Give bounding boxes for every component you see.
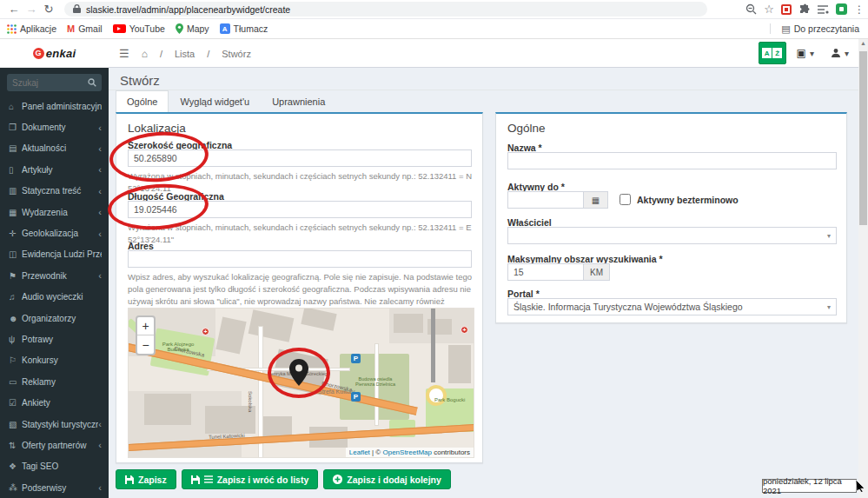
sidebar-item-konkursy[interactable]: ⚐Konkursy <box>0 350 109 371</box>
tab-uprawnienia[interactable]: Uprawnienia <box>261 90 336 112</box>
sidebar-item-label: Statyczna treść <box>22 186 98 196</box>
logo-text: enkai <box>46 47 76 60</box>
address-input[interactable] <box>128 250 472 268</box>
sidebar-item-label: Artykuły <box>22 165 98 175</box>
search-icon[interactable] <box>88 78 96 87</box>
parking-icon: P <box>351 354 361 363</box>
save-return-label: Zapisz i wróć do listy <box>217 475 309 485</box>
scrollbar[interactable]: ▲ <box>858 39 868 498</box>
chevron-left-icon: ‹ <box>98 419 102 429</box>
search-area-input[interactable] <box>507 263 584 281</box>
sidebar-item-potrawy[interactable]: ψPotrawy <box>0 329 109 349</box>
sidebar-item-wydarzenia[interactable]: ▦Wydarzenia‹ <box>0 202 109 222</box>
map-marker-pin[interactable] <box>289 359 308 386</box>
latitude-input[interactable] <box>128 149 472 167</box>
translate-button[interactable]: AŻ <box>759 42 786 64</box>
bookmark-youtube[interactable]: YouTube <box>113 23 165 34</box>
cutlery-icon: ψ <box>9 335 22 344</box>
forward-icon[interactable]: → <box>23 3 40 16</box>
breadcrumb-lista[interactable]: Lista <box>175 49 195 59</box>
sidebar-item-tagi-seo[interactable]: ❖Tagi SEO <box>0 456 109 477</box>
sidebar-item-dokumenty[interactable]: ❐Dokumenty‹ <box>0 116 109 137</box>
sidebar-item-label: Reklamy <box>22 377 102 387</box>
osm-link[interactable]: OpenStreetMap <box>382 448 431 456</box>
navbar-actions: AŻ ▣▾ ▾ <box>759 42 855 64</box>
sidebar-item-podserwisy[interactable]: ⁂Podserwisy‹ <box>0 477 109 498</box>
sidebar-toggle-icon[interactable]: ☰ <box>119 47 129 60</box>
survey-icon: ☑ <box>9 398 22 408</box>
tab-bar: Ogólne Wygląd widget'u Uprawnienia <box>116 90 336 112</box>
app-logo[interactable]: G enkai <box>0 39 109 68</box>
zoom-out-button[interactable]: − <box>137 335 154 354</box>
page-title: Stwórz <box>120 73 160 88</box>
logo-mark-icon: G <box>33 48 44 59</box>
map-marker-icon: ✛ <box>9 229 22 238</box>
puzzle-extension-icon[interactable] <box>798 3 810 15</box>
breadcrumb-home-icon[interactable]: ⌂ <box>142 48 148 60</box>
search-input[interactable] <box>7 78 88 88</box>
name-input[interactable] <box>507 152 837 169</box>
leaflet-link[interactable]: Leaflet <box>349 448 370 456</box>
bookmark-mapy[interactable]: Mapy <box>176 23 209 34</box>
owner-select[interactable]: ▾ <box>507 227 837 244</box>
bookmark-tlumacz[interactable]: ATłumacz <box>220 23 268 34</box>
user-dropdown[interactable]: ▾ <box>825 42 855 64</box>
save-add-next-button[interactable]: Zapisz i dodaj kolejny <box>323 469 451 489</box>
sidebar-item-label: Organizatorzy <box>22 314 102 323</box>
scrollbar-thumb[interactable] <box>859 51 867 225</box>
red-extension-icon[interactable] <box>781 4 792 15</box>
save-return-button[interactable]: Zapisz i wróć do listy <box>182 469 319 489</box>
back-icon[interactable]: ← <box>5 3 23 16</box>
save-button[interactable]: Zapisz <box>116 469 176 489</box>
sidebar-item-label: Ewidencja Ludzi Przemysłu <box>22 249 102 259</box>
active-indefinitely-checkbox[interactable] <box>620 194 631 205</box>
chrome-menu-icon[interactable]: ⋮ <box>854 3 865 16</box>
sidebar-item-statystyki[interactable]: ▧Statystyki turystyczne‹ <box>0 414 109 435</box>
action-buttons: Zapisz Zapisz i wróć do listy Zapisz i d… <box>116 469 451 489</box>
bookmark-star-icon[interactable]: ☆ <box>764 3 774 16</box>
sidebar-item-artykuly[interactable]: ▯Artykuły‹ <box>0 159 109 180</box>
map-roundabout <box>426 385 447 406</box>
media-list-icon[interactable] <box>817 4 829 15</box>
map-building <box>215 317 246 355</box>
sidebar-item-geolokalizacja[interactable]: ✛Geolokalizacja‹ <box>0 222 109 243</box>
bookmark-label: Gmail <box>78 23 102 34</box>
sidebar-item-statyczna-tresc[interactable]: ▥Statyczna treść‹ <box>0 181 109 202</box>
sidebar-item-przewodnik[interactable]: ⚑Przewodnik‹ <box>0 265 109 286</box>
bookmark-aplikacje[interactable]: Aplikacje <box>20 23 56 34</box>
tab-wyglad-widgetu[interactable]: Wygląd widget'u <box>169 90 261 112</box>
sidebar-item-ewidencja[interactable]: ◫Ewidencja Ludzi Przemysłu <box>0 244 109 265</box>
user-icon: ☻ <box>9 314 22 323</box>
longitude-input[interactable] <box>128 201 472 218</box>
guide-flag-icon: ⚑ <box>9 271 22 281</box>
sidebar-item-panel-administracyjny[interactable]: ⌂Panel administracyjny <box>0 96 109 116</box>
settings-dropdown[interactable]: ▣▾ <box>791 42 820 64</box>
scroll-up-icon[interactable]: ▲ <box>858 40 868 46</box>
sidebar-item-organizatorzy[interactable]: ☻Organizatorzy <box>0 308 109 329</box>
green-extension-icon[interactable] <box>836 3 847 15</box>
sidebar: ⌂Panel administracyjny ❐Dokumenty‹ ▤Aktu… <box>0 68 109 498</box>
sidebar-item-ankiety[interactable]: ☑Ankiety <box>0 392 109 413</box>
zoom-icon[interactable] <box>745 3 757 15</box>
address-bar[interactable]: slaskie.travel/admin/app/placenearbywidg… <box>64 2 707 17</box>
map-building <box>144 394 191 425</box>
breadcrumb-divider: / <box>207 49 209 59</box>
apps-grid-icon[interactable] <box>7 24 17 34</box>
active-until-input[interactable] <box>507 191 584 209</box>
map-area-label: Strefa Kultury <box>318 388 354 395</box>
sidebar-search[interactable] <box>7 74 102 91</box>
sidebar-item-oferty-partnerow[interactable]: ⇅Oferty partnerów‹ <box>0 435 109 455</box>
portal-select[interactable]: Śląskie. Informacja Turystyczna Wojewódz… <box>507 298 837 315</box>
map[interactable]: Chorzowska Chorzowska Sokolska Park Aloj… <box>128 308 474 458</box>
tab-ogolne[interactable]: Ogólne <box>116 90 169 112</box>
reload-icon[interactable]: ↻ <box>40 3 57 16</box>
reading-list-button[interactable]: ▤Do przeczytania <box>781 23 859 35</box>
zoom-in-button[interactable]: + <box>137 317 154 335</box>
sidebar-item-aktualnosci[interactable]: ▤Aktualności‹ <box>0 138 109 159</box>
bookmarks-bar: Aplikacje MGmail YouTube Mapy ATłumacz ▤… <box>0 19 868 39</box>
sidebar-item-audio-wycieczki[interactable]: ♫Audio wycieczki <box>0 287 109 308</box>
calendar-button[interactable]: ▦ <box>584 191 608 209</box>
bookmark-gmail[interactable]: MGmail <box>67 23 103 34</box>
sidebar-item-reklamy[interactable]: ▭Reklamy <box>0 371 109 392</box>
home-icon: ⌂ <box>9 102 22 111</box>
